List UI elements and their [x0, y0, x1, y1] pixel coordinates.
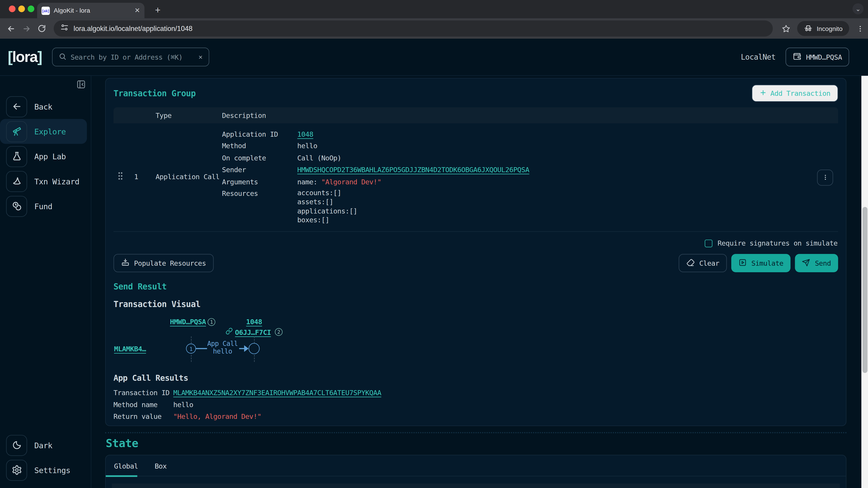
group-badge: 2: [275, 328, 283, 336]
tab-title: AlgoKit - lora: [54, 7, 131, 14]
require-signatures-label: Require signatures on simulate: [717, 239, 837, 248]
visual-app-link[interactable]: 1048: [246, 318, 262, 326]
theme-toggle-dark[interactable]: Dark: [0, 433, 87, 457]
main-content: Transaction Group Add Transaction Type: [91, 76, 862, 488]
argument-value: "Algorand Dev!": [321, 177, 381, 186]
sidebar-item-explore[interactable]: Explore: [0, 119, 87, 144]
favicon: [ak]: [41, 6, 50, 15]
global-search[interactable]: ✕: [52, 48, 209, 66]
refresh-icon[interactable]: [34, 21, 50, 36]
sidebar-item-settings[interactable]: Settings: [0, 457, 87, 482]
telescope-icon: [6, 121, 27, 142]
new-tab-button[interactable]: +: [151, 3, 165, 18]
return-value: "Hello, Algorand Dev!": [174, 411, 261, 422]
arrow-left-icon: [6, 96, 27, 117]
sidebar-item-fund[interactable]: Fund: [0, 194, 87, 219]
wizard-hat-icon: [6, 171, 27, 192]
flask-icon: [6, 146, 27, 167]
row-description: Application ID1048 Methodhello On comple…: [222, 128, 838, 225]
tab-global[interactable]: Global: [114, 462, 138, 476]
tab-box[interactable]: Box: [155, 462, 166, 476]
link-chain-icon: [225, 328, 233, 336]
download-tray-icon: [121, 258, 129, 268]
add-transaction-button[interactable]: Add Transaction: [752, 85, 838, 102]
search-icon: [58, 52, 66, 62]
search-clear-icon[interactable]: ✕: [198, 53, 202, 61]
row-menu-button[interactable]: [817, 169, 833, 186]
moon-icon: [6, 435, 27, 456]
simulate-button[interactable]: Simulate: [732, 254, 791, 272]
incognito-icon: [804, 24, 813, 33]
url-text[interactable]: lora.algokit.io/localnet/application/104…: [74, 25, 193, 32]
state-card: Global Box Key Type Value: [105, 455, 846, 488]
section-divider: [105, 432, 846, 433]
active-tab-indicator: [106, 475, 137, 477]
visual-from-account-link[interactable]: HMWD…PQSA: [170, 318, 206, 326]
browser-menu-icon[interactable]: [852, 21, 868, 36]
state-table-header: Key Type Value: [112, 484, 840, 488]
column-description: Description: [222, 111, 838, 120]
app-call-results: Transaction IDMLAMKB4ANXZ5NA2XY7ZNF3EAIR…: [114, 387, 846, 422]
plus-icon: [759, 89, 767, 98]
scrollbar-thumb[interactable]: [862, 207, 867, 373]
field-label: On complete: [222, 152, 297, 164]
gear-icon: [6, 459, 27, 481]
sender-address-link[interactable]: HMWDSHQCOPD2T36WBAHLAZ6PO5GDJJZBN4D2TODK…: [297, 164, 529, 175]
column-type: Type: [149, 111, 222, 120]
field-label: Application ID: [222, 128, 297, 140]
tab-close-icon[interactable]: ✕: [134, 6, 140, 14]
wallet-icon: [793, 52, 802, 62]
table-row[interactable]: 1 Application Call Application ID1048 Me…: [114, 123, 838, 232]
transaction-id-link[interactable]: MLAMKB4ANXZ5NA2XY7ZNF3EAIROHVWPAB4A7CLT6…: [174, 387, 381, 398]
browser-toolbar: lora.algokit.io/localnet/application/104…: [0, 18, 868, 39]
transaction-table: Type Description 1 Application Call Appl…: [114, 107, 838, 232]
transaction-visual-diagram: HMWD…PQSA1 1048 O6JJ…F7CI2: [114, 315, 846, 368]
sidebar-collapse-icon[interactable]: [76, 80, 86, 91]
application-id-link[interactable]: 1048: [297, 128, 313, 140]
field-label: Resources: [222, 188, 297, 225]
clear-button[interactable]: Clear: [679, 254, 727, 272]
sidebar-item-app-lab[interactable]: App Lab: [0, 144, 87, 169]
edge-label: App Call hello: [205, 340, 240, 355]
transaction-visual-title: Transaction Visual: [114, 299, 846, 309]
app-header: [lora] ✕ LocalNet HMWD…PQSA: [0, 39, 868, 76]
play-square-icon: [739, 258, 747, 268]
macos-close-button[interactable]: [9, 5, 16, 12]
sidebar-item-txn-wizard[interactable]: Txn Wizard: [0, 169, 87, 194]
screen: [ak] AlgoKit - lora ✕ + ⌄ lora.algokit.i…: [0, 0, 868, 488]
url-bar[interactable]: lora.algokit.io/localnet/application/104…: [54, 21, 773, 37]
table-header-row: Type Description: [114, 107, 838, 123]
eraser-icon: [686, 258, 695, 268]
edge-arrow-icon: [244, 346, 249, 352]
drag-handle-icon[interactable]: [117, 171, 123, 182]
search-input[interactable]: [70, 53, 194, 61]
populate-resources-button[interactable]: Populate Resources: [114, 254, 214, 272]
sidebar: Back Explore App Lab: [0, 76, 91, 488]
sidebar-item-back[interactable]: Back: [0, 94, 87, 119]
incognito-label: Incognito: [817, 25, 842, 32]
row-index: 1: [127, 172, 149, 181]
visual-group-link[interactable]: O6JJ…F7CI: [235, 328, 271, 336]
wallet-button[interactable]: HMWD…PQSA: [785, 48, 849, 66]
page-scrollbar[interactable]: [862, 76, 868, 488]
field-label: Arguments: [222, 176, 297, 188]
incognito-badge: Incognito: [797, 21, 849, 36]
tab-search-icon[interactable]: ⌄: [852, 3, 864, 14]
require-signatures-checkbox[interactable]: [705, 239, 712, 247]
browser-tab-bar: [ak] AlgoKit - lora ✕ + ⌄: [0, 0, 868, 18]
macos-minimize-button[interactable]: [18, 5, 25, 12]
visual-txn-link[interactable]: MLAMKB4…: [114, 345, 146, 353]
coins-icon: [6, 196, 27, 217]
site-settings-icon[interactable]: [60, 23, 69, 34]
transaction-group-title: Transaction Group: [114, 88, 196, 98]
app-call-results-title: App Call Results: [114, 374, 846, 383]
row-type: Application Call: [149, 172, 222, 181]
lora-logo[interactable]: [lora]: [8, 48, 42, 66]
send-button[interactable]: Send: [795, 254, 838, 272]
network-label[interactable]: LocalNet: [741, 53, 776, 61]
browser-tab[interactable]: [ak] AlgoKit - lora ✕: [37, 3, 145, 18]
macos-zoom-button[interactable]: [28, 5, 34, 12]
bookmark-star-icon[interactable]: [778, 21, 794, 36]
back-icon[interactable]: [3, 21, 19, 36]
forward-icon[interactable]: [19, 21, 34, 36]
